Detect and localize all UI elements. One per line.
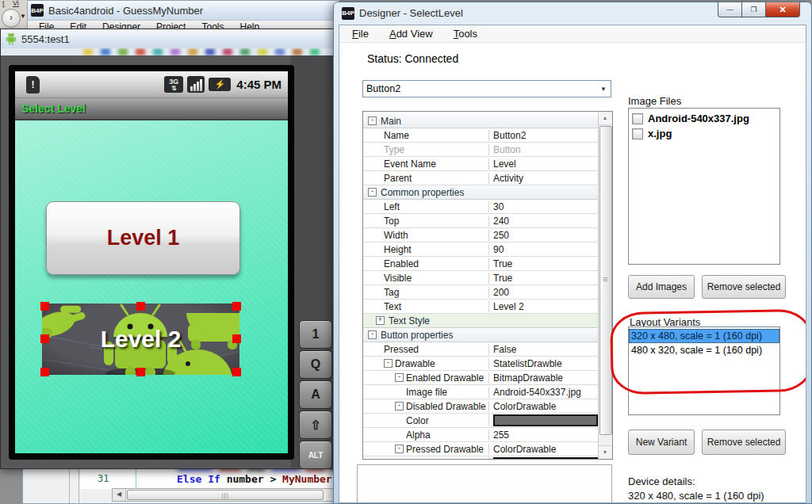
image-files-list[interactable]: Android-540x337.jpgx.jpg — [628, 108, 780, 265]
property-row-left: Left30 — [363, 200, 599, 214]
property-label: Type — [363, 144, 488, 155]
connection-status: Status: Connected — [367, 52, 458, 65]
ide-titlebar[interactable]: B4P Basic4android - GuessMyNumber — [23, 1, 339, 21]
property-value[interactable]: Level — [488, 158, 599, 170]
add-images-button[interactable]: Add Images — [628, 275, 695, 299]
expand-icon[interactable]: + — [376, 316, 385, 325]
toolbar-round-button[interactable]: › — [2, 9, 21, 28]
designer-window: B4P Designer - SelectLevel — ❐ ✕ FileAdd… — [333, 2, 812, 504]
layout-variant-item[interactable]: 480 x 320, scale = 1 (160 dpi) — [629, 343, 779, 357]
selection-handle[interactable] — [40, 368, 49, 376]
property-label: Disabled Drawable — [363, 401, 488, 412]
key-shift[interactable]: ⇧ — [299, 410, 332, 439]
property-value[interactable]: Level 2 — [488, 301, 599, 312]
scroll-up-icon[interactable]: ▲ — [599, 112, 611, 125]
scrollbar-thumb[interactable] — [599, 126, 612, 435]
layout-variant-item-selected[interactable]: 320 x 480, scale = 1 (160 dpi) — [629, 329, 779, 343]
collapse-icon[interactable]: - — [395, 402, 404, 410]
key-alt[interactable]: ALT — [299, 441, 332, 469]
window-controls: — ❐ ✕ — [718, 2, 800, 17]
blurred-toolbar-icon — [136, 48, 145, 55]
property-value[interactable]: ColorDrawable — [488, 444, 599, 455]
level1-button[interactable]: Level 1 — [46, 201, 240, 275]
menu-file[interactable]: File — [352, 28, 369, 40]
property-value[interactable]: Button — [488, 144, 599, 155]
scrollbar-thumb[interactable]: ||| — [127, 490, 324, 500]
checkbox[interactable] — [632, 113, 643, 124]
property-row-type: TypeButton — [363, 143, 599, 157]
property-value[interactable] — [488, 414, 599, 426]
menu-add-view[interactable]: Add View — [389, 28, 433, 40]
property-value[interactable]: 200 — [488, 287, 599, 298]
property-value[interactable]: 30 — [488, 201, 599, 212]
remove-variant-button[interactable]: Remove selected — [702, 430, 786, 455]
property-value[interactable]: 240 — [488, 216, 599, 227]
property-row-drawable: -DrawableStatelistDrawble — [363, 357, 599, 371]
blurred-toolbar-icon — [170, 48, 180, 55]
key-a[interactable]: A — [299, 380, 332, 409]
section-common-properties: -Common properties — [363, 185, 599, 200]
vertical-scrollbar[interactable]: ▲ ▼ — [598, 112, 612, 459]
maximize-button[interactable]: ❐ — [742, 2, 765, 17]
selection-handle[interactable] — [136, 368, 145, 376]
signal-strength-icon — [187, 76, 205, 93]
property-value[interactable]: Button2 — [488, 130, 599, 141]
selection-handle[interactable] — [232, 302, 241, 311]
selection-handle[interactable] — [232, 334, 241, 343]
property-value[interactable]: False — [488, 344, 599, 355]
color-swatch[interactable] — [493, 457, 598, 460]
scroll-left-icon[interactable]: ◀ — [113, 489, 126, 501]
view-selector-dropdown[interactable]: Button2 ▼ — [362, 80, 611, 97]
splitter — [69, 468, 70, 503]
property-value[interactable]: 255 — [488, 430, 599, 441]
horizontal-scrollbar[interactable]: ◀ ||| — [112, 488, 335, 502]
android-icon — [6, 32, 17, 45]
collapse-icon[interactable]: - — [395, 373, 404, 382]
property-value[interactable]: ColorDrawable — [488, 401, 599, 412]
property-value[interactable]: Android-540x337.jpg — [488, 387, 599, 398]
color-swatch[interactable] — [493, 414, 598, 426]
layout-variants-list[interactable]: 320 x 480, scale = 1 (160 dpi)480 x 320,… — [628, 326, 780, 415]
new-variant-button[interactable]: New Variant — [628, 430, 695, 455]
close-button[interactable]: ✕ — [765, 2, 800, 17]
key-1[interactable]: 1 — [299, 320, 332, 349]
property-value[interactable]: True — [488, 258, 599, 269]
code-editor[interactable]: 31 Else If number > MyNumber Then — [80, 468, 338, 489]
collapse-icon[interactable]: - — [384, 359, 393, 368]
key-q[interactable]: Q — [299, 350, 332, 379]
selection-handle[interactable] — [136, 302, 145, 311]
image-file-item[interactable]: Android-540x337.jpg — [629, 111, 779, 126]
selection-handle[interactable] — [232, 368, 241, 376]
collapse-icon[interactable]: - — [395, 445, 404, 453]
collapse-icon[interactable]: - — [368, 188, 377, 197]
property-label: Enabled Drawable — [363, 372, 488, 384]
collapse-icon[interactable]: - — [368, 116, 377, 125]
collapse-icon[interactable]: - — [368, 330, 377, 339]
property-value[interactable]: BitmapDrawable — [488, 372, 599, 384]
chevron-down-icon: ▼ — [596, 86, 611, 93]
selection-handle[interactable] — [40, 302, 49, 311]
scroll-down-icon[interactable]: ▼ — [599, 445, 611, 459]
remove-images-button[interactable]: Remove selected — [702, 275, 786, 299]
blurred-toolbar-icon — [310, 48, 320, 55]
checkbox[interactable] — [632, 128, 643, 139]
blurred-toolbar-icon — [258, 48, 267, 55]
level2-image-button[interactable]: Level 2 — [42, 304, 239, 375]
property-label: Top — [363, 216, 488, 227]
property-value[interactable]: 250 — [488, 230, 599, 241]
emulator-window: 5554:test1 1QA⇧ALT ! 3G ⇅ — [0, 29, 339, 469]
network-3g-icon: 3G ⇅ — [164, 76, 183, 93]
property-value[interactable] — [488, 457, 599, 460]
property-value[interactable]: True — [488, 273, 599, 284]
property-label: Pressed Drawable — [363, 444, 488, 455]
dropdown-caret-icon[interactable]: ▼ — [20, 13, 26, 20]
selection-handle[interactable] — [40, 334, 49, 343]
property-value[interactable]: 90 — [488, 244, 599, 255]
minimize-button[interactable]: — — [718, 2, 742, 17]
menu-fragment: Vi — [13, 0, 19, 7]
menu-tools[interactable]: Tools — [454, 28, 477, 40]
image-file-item[interactable]: x.jpg — [629, 126, 779, 141]
property-value[interactable]: StatelistDrawble — [488, 358, 599, 369]
property-value[interactable]: Activity — [488, 173, 599, 184]
emulator-titlebar[interactable]: 5554:test1 — [1, 29, 339, 49]
